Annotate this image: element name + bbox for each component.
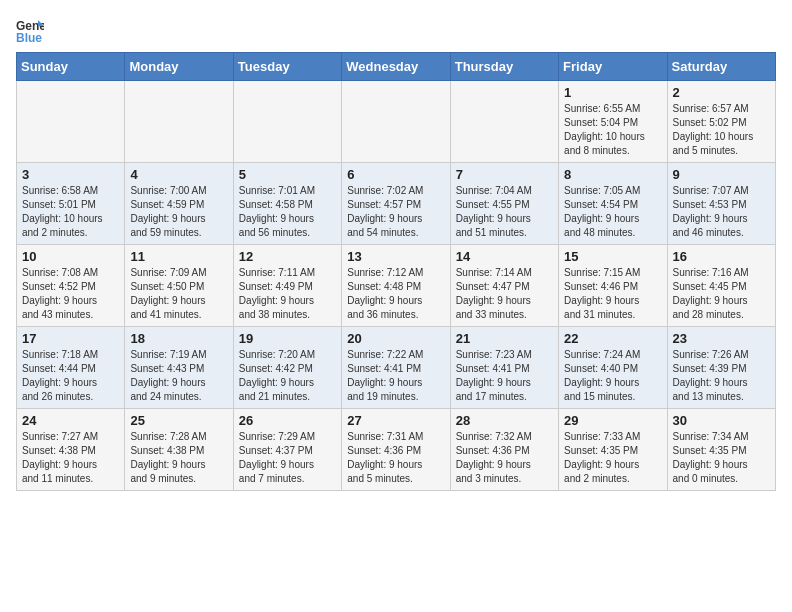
- calendar-cell: 14Sunrise: 7:14 AM Sunset: 4:47 PM Dayli…: [450, 245, 558, 327]
- day-info: Sunrise: 7:33 AM Sunset: 4:35 PM Dayligh…: [564, 430, 661, 486]
- calendar-cell: 26Sunrise: 7:29 AM Sunset: 4:37 PM Dayli…: [233, 409, 341, 491]
- calendar-cell: [17, 81, 125, 163]
- day-number: 9: [673, 167, 770, 182]
- day-number: 15: [564, 249, 661, 264]
- calendar-cell: [125, 81, 233, 163]
- calendar-week-row: 17Sunrise: 7:18 AM Sunset: 4:44 PM Dayli…: [17, 327, 776, 409]
- page-header: General Blue: [16, 16, 776, 44]
- day-number: 30: [673, 413, 770, 428]
- calendar-cell: 16Sunrise: 7:16 AM Sunset: 4:45 PM Dayli…: [667, 245, 775, 327]
- calendar-cell: 21Sunrise: 7:23 AM Sunset: 4:41 PM Dayli…: [450, 327, 558, 409]
- day-info: Sunrise: 7:01 AM Sunset: 4:58 PM Dayligh…: [239, 184, 336, 240]
- calendar-cell: 6Sunrise: 7:02 AM Sunset: 4:57 PM Daylig…: [342, 163, 450, 245]
- day-info: Sunrise: 7:16 AM Sunset: 4:45 PM Dayligh…: [673, 266, 770, 322]
- calendar-cell: 30Sunrise: 7:34 AM Sunset: 4:35 PM Dayli…: [667, 409, 775, 491]
- calendar-cell: 23Sunrise: 7:26 AM Sunset: 4:39 PM Dayli…: [667, 327, 775, 409]
- calendar-week-row: 24Sunrise: 7:27 AM Sunset: 4:38 PM Dayli…: [17, 409, 776, 491]
- calendar-cell: 25Sunrise: 7:28 AM Sunset: 4:38 PM Dayli…: [125, 409, 233, 491]
- day-info: Sunrise: 7:34 AM Sunset: 4:35 PM Dayligh…: [673, 430, 770, 486]
- day-number: 21: [456, 331, 553, 346]
- calendar-cell: 4Sunrise: 7:00 AM Sunset: 4:59 PM Daylig…: [125, 163, 233, 245]
- day-number: 28: [456, 413, 553, 428]
- day-number: 24: [22, 413, 119, 428]
- day-info: Sunrise: 7:08 AM Sunset: 4:52 PM Dayligh…: [22, 266, 119, 322]
- day-number: 25: [130, 413, 227, 428]
- day-info: Sunrise: 7:24 AM Sunset: 4:40 PM Dayligh…: [564, 348, 661, 404]
- day-number: 26: [239, 413, 336, 428]
- weekday-header: Monday: [125, 53, 233, 81]
- calendar-cell: 20Sunrise: 7:22 AM Sunset: 4:41 PM Dayli…: [342, 327, 450, 409]
- day-info: Sunrise: 7:15 AM Sunset: 4:46 PM Dayligh…: [564, 266, 661, 322]
- day-number: 18: [130, 331, 227, 346]
- calendar-cell: 5Sunrise: 7:01 AM Sunset: 4:58 PM Daylig…: [233, 163, 341, 245]
- day-info: Sunrise: 7:29 AM Sunset: 4:37 PM Dayligh…: [239, 430, 336, 486]
- calendar-cell: 28Sunrise: 7:32 AM Sunset: 4:36 PM Dayli…: [450, 409, 558, 491]
- calendar-week-row: 10Sunrise: 7:08 AM Sunset: 4:52 PM Dayli…: [17, 245, 776, 327]
- calendar-cell: 27Sunrise: 7:31 AM Sunset: 4:36 PM Dayli…: [342, 409, 450, 491]
- logo-icon: General Blue: [16, 16, 44, 44]
- calendar-cell: 12Sunrise: 7:11 AM Sunset: 4:49 PM Dayli…: [233, 245, 341, 327]
- svg-text:Blue: Blue: [16, 31, 42, 44]
- day-number: 22: [564, 331, 661, 346]
- day-info: Sunrise: 7:07 AM Sunset: 4:53 PM Dayligh…: [673, 184, 770, 240]
- day-info: Sunrise: 7:32 AM Sunset: 4:36 PM Dayligh…: [456, 430, 553, 486]
- day-number: 12: [239, 249, 336, 264]
- calendar-cell: 29Sunrise: 7:33 AM Sunset: 4:35 PM Dayli…: [559, 409, 667, 491]
- day-info: Sunrise: 6:57 AM Sunset: 5:02 PM Dayligh…: [673, 102, 770, 158]
- weekday-header: Thursday: [450, 53, 558, 81]
- day-info: Sunrise: 7:26 AM Sunset: 4:39 PM Dayligh…: [673, 348, 770, 404]
- calendar-cell: 17Sunrise: 7:18 AM Sunset: 4:44 PM Dayli…: [17, 327, 125, 409]
- day-info: Sunrise: 6:58 AM Sunset: 5:01 PM Dayligh…: [22, 184, 119, 240]
- calendar-cell: [233, 81, 341, 163]
- weekday-header: Saturday: [667, 53, 775, 81]
- day-number: 2: [673, 85, 770, 100]
- calendar-body: 1Sunrise: 6:55 AM Sunset: 5:04 PM Daylig…: [17, 81, 776, 491]
- day-info: Sunrise: 7:04 AM Sunset: 4:55 PM Dayligh…: [456, 184, 553, 240]
- day-info: Sunrise: 7:22 AM Sunset: 4:41 PM Dayligh…: [347, 348, 444, 404]
- day-number: 17: [22, 331, 119, 346]
- day-number: 5: [239, 167, 336, 182]
- calendar-cell: 1Sunrise: 6:55 AM Sunset: 5:04 PM Daylig…: [559, 81, 667, 163]
- weekday-header: Friday: [559, 53, 667, 81]
- day-info: Sunrise: 7:18 AM Sunset: 4:44 PM Dayligh…: [22, 348, 119, 404]
- calendar-cell: 15Sunrise: 7:15 AM Sunset: 4:46 PM Dayli…: [559, 245, 667, 327]
- day-number: 23: [673, 331, 770, 346]
- day-number: 16: [673, 249, 770, 264]
- day-info: Sunrise: 7:00 AM Sunset: 4:59 PM Dayligh…: [130, 184, 227, 240]
- day-number: 3: [22, 167, 119, 182]
- calendar-cell: 8Sunrise: 7:05 AM Sunset: 4:54 PM Daylig…: [559, 163, 667, 245]
- calendar-cell: 9Sunrise: 7:07 AM Sunset: 4:53 PM Daylig…: [667, 163, 775, 245]
- calendar-cell: 10Sunrise: 7:08 AM Sunset: 4:52 PM Dayli…: [17, 245, 125, 327]
- calendar-cell: 2Sunrise: 6:57 AM Sunset: 5:02 PM Daylig…: [667, 81, 775, 163]
- day-info: Sunrise: 7:19 AM Sunset: 4:43 PM Dayligh…: [130, 348, 227, 404]
- calendar-cell: 22Sunrise: 7:24 AM Sunset: 4:40 PM Dayli…: [559, 327, 667, 409]
- day-number: 7: [456, 167, 553, 182]
- day-info: Sunrise: 6:55 AM Sunset: 5:04 PM Dayligh…: [564, 102, 661, 158]
- calendar-cell: 24Sunrise: 7:27 AM Sunset: 4:38 PM Dayli…: [17, 409, 125, 491]
- day-info: Sunrise: 7:23 AM Sunset: 4:41 PM Dayligh…: [456, 348, 553, 404]
- calendar-cell: 19Sunrise: 7:20 AM Sunset: 4:42 PM Dayli…: [233, 327, 341, 409]
- calendar-week-row: 3Sunrise: 6:58 AM Sunset: 5:01 PM Daylig…: [17, 163, 776, 245]
- day-info: Sunrise: 7:02 AM Sunset: 4:57 PM Dayligh…: [347, 184, 444, 240]
- calendar-header: SundayMondayTuesdayWednesdayThursdayFrid…: [17, 53, 776, 81]
- day-number: 20: [347, 331, 444, 346]
- day-number: 14: [456, 249, 553, 264]
- weekday-header: Tuesday: [233, 53, 341, 81]
- day-number: 29: [564, 413, 661, 428]
- day-number: 27: [347, 413, 444, 428]
- day-info: Sunrise: 7:27 AM Sunset: 4:38 PM Dayligh…: [22, 430, 119, 486]
- day-info: Sunrise: 7:05 AM Sunset: 4:54 PM Dayligh…: [564, 184, 661, 240]
- day-info: Sunrise: 7:20 AM Sunset: 4:42 PM Dayligh…: [239, 348, 336, 404]
- day-info: Sunrise: 7:11 AM Sunset: 4:49 PM Dayligh…: [239, 266, 336, 322]
- day-number: 1: [564, 85, 661, 100]
- calendar-cell: [450, 81, 558, 163]
- day-info: Sunrise: 7:14 AM Sunset: 4:47 PM Dayligh…: [456, 266, 553, 322]
- calendar-cell: [342, 81, 450, 163]
- weekday-header: Wednesday: [342, 53, 450, 81]
- calendar-cell: 13Sunrise: 7:12 AM Sunset: 4:48 PM Dayli…: [342, 245, 450, 327]
- calendar-cell: 7Sunrise: 7:04 AM Sunset: 4:55 PM Daylig…: [450, 163, 558, 245]
- day-number: 10: [22, 249, 119, 264]
- calendar-week-row: 1Sunrise: 6:55 AM Sunset: 5:04 PM Daylig…: [17, 81, 776, 163]
- logo: General Blue: [16, 16, 48, 44]
- weekday-header: Sunday: [17, 53, 125, 81]
